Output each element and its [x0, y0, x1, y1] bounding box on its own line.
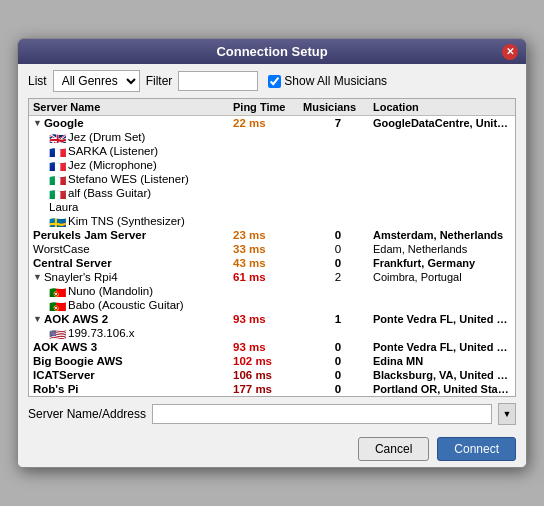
action-bar: Cancel Connect — [18, 431, 526, 467]
address-label: Server Name/Address — [28, 407, 146, 421]
table-row[interactable]: Laura — [29, 200, 515, 214]
table-row[interactable]: 🇵🇹Babo (Acoustic Guitar) — [29, 298, 515, 312]
table-row[interactable]: ▼Google 22 ms 7 GoogleDataCentre, United… — [29, 116, 515, 130]
location-value: Edam, Netherlands — [373, 243, 511, 255]
ping-value: 106 ms — [233, 369, 303, 381]
table-row[interactable]: ▼Snayler's Rpi4 61 ms 2 Coimbra, Portuga… — [29, 270, 515, 284]
triangle-icon: ▼ — [33, 118, 42, 128]
address-bar: Server Name/Address ▼ — [18, 397, 526, 431]
flag-icon: 🇮🇹 — [49, 174, 65, 185]
table-row[interactable]: 🇸🇪Kim TNS (Synthesizer) — [29, 214, 515, 228]
table-row[interactable]: 🇫🇷Jez (Microphone) — [29, 158, 515, 172]
member-name: Laura — [49, 201, 78, 213]
table-row[interactable]: Central Server 43 ms 0 Frankfurt, German… — [29, 256, 515, 270]
server-name: Big Boogie AWS — [33, 355, 123, 367]
server-name: Central Server — [33, 257, 112, 269]
location-value: Blacksburg, VA, United States — [373, 369, 511, 381]
member-name: 199.73.106.x — [68, 327, 135, 339]
server-name: Rob's Pi — [33, 383, 79, 395]
table-row[interactable]: 🇮🇹alf (Bass Guitar) — [29, 186, 515, 200]
list-select[interactable]: All GenresRockJazzClassicalElectronic — [53, 70, 140, 92]
address-input[interactable] — [152, 404, 492, 424]
member-name: Stefano WES (Listener) — [68, 173, 189, 185]
member-name: Nuno (Mandolin) — [68, 285, 153, 297]
ping-value: 61 ms — [233, 271, 303, 283]
list-label: List — [28, 74, 47, 88]
musicians-value: 0 — [303, 257, 373, 269]
show-all-label: Show All Musicians — [284, 74, 387, 88]
address-dropdown-button[interactable]: ▼ — [498, 403, 516, 425]
ping-value: 177 ms — [233, 383, 303, 395]
musicians-value: 2 — [303, 271, 373, 283]
server-name: AOK AWS 2 — [44, 313, 108, 325]
location-value: Coimbra, Portugal — [373, 271, 511, 283]
flag-icon: 🇬🇧 — [49, 132, 65, 143]
flag-icon: 🇵🇹 — [49, 300, 65, 311]
table-row[interactable]: Big Boogie AWS 102 ms 0 Edina MN — [29, 354, 515, 368]
ping-value: 22 ms — [233, 117, 303, 129]
location-value: Edina MN — [373, 355, 511, 367]
musicians-value: 7 — [303, 117, 373, 129]
flag-icon: 🇵🇹 — [49, 286, 65, 297]
member-name: Kim TNS (Synthesizer) — [68, 215, 185, 227]
table-row[interactable]: 🇮🇹Stefano WES (Listener) — [29, 172, 515, 186]
flag-icon: 🇺🇸 — [49, 328, 65, 339]
location-value: Frankfurt, Germany — [373, 257, 511, 269]
location-value: GoogleDataCentre, United Ki... — [373, 117, 511, 129]
col-location: Location — [373, 101, 511, 113]
close-button[interactable]: ✕ — [502, 44, 518, 60]
musicians-value: 1 — [303, 313, 373, 325]
flag-icon: 🇮🇹 — [49, 188, 65, 199]
ping-value: 33 ms — [233, 243, 303, 255]
musicians-value: 0 — [303, 243, 373, 255]
location-value: Portland OR, United States — [373, 383, 511, 395]
table-row[interactable]: Perukels Jam Server 23 ms 0 Amsterdam, N… — [29, 228, 515, 242]
member-name: Jez (Drum Set) — [68, 131, 145, 143]
flag-icon: 🇸🇪 — [49, 216, 65, 227]
table-row[interactable]: 🇬🇧Jez (Drum Set) — [29, 130, 515, 144]
ping-value: 43 ms — [233, 257, 303, 269]
ping-value: 102 ms — [233, 355, 303, 367]
triangle-icon: ▼ — [33, 314, 42, 324]
musicians-value: 0 — [303, 369, 373, 381]
location-value: Ponte Vedra FL, United States — [373, 341, 511, 353]
server-name: Snayler's Rpi4 — [44, 271, 118, 283]
ping-value: 93 ms — [233, 341, 303, 353]
connection-setup-dialog: Connection Setup ✕ List All GenresRockJa… — [17, 38, 527, 468]
table-row[interactable]: AOK AWS 3 93 ms 0 Ponte Vedra FL, United… — [29, 340, 515, 354]
filter-input[interactable] — [178, 71, 258, 91]
musicians-value: 0 — [303, 229, 373, 241]
col-server-name: Server Name — [33, 101, 233, 113]
connect-button[interactable]: Connect — [437, 437, 516, 461]
musicians-value: 0 — [303, 355, 373, 367]
server-name: Google — [44, 117, 84, 129]
titlebar: Connection Setup ✕ — [18, 39, 526, 64]
musicians-value: 0 — [303, 341, 373, 353]
triangle-icon: ▼ — [33, 272, 42, 282]
musicians-value: 0 — [303, 383, 373, 395]
table-row[interactable]: ▼AOK AWS 2 93 ms 1 Ponte Vedra FL, Unite… — [29, 312, 515, 326]
table-row[interactable]: 🇺🇸199.73.106.x — [29, 326, 515, 340]
ping-value: 23 ms — [233, 229, 303, 241]
show-all-checkbox[interactable] — [268, 75, 281, 88]
toolbar: List All GenresRockJazzClassicalElectron… — [18, 64, 526, 98]
server-name: ICATServer — [33, 369, 95, 381]
member-name: alf (Bass Guitar) — [68, 187, 151, 199]
cancel-button[interactable]: Cancel — [358, 437, 429, 461]
table-row[interactable]: Rob's Pi 177 ms 0 Portland OR, United St… — [29, 382, 515, 396]
flag-icon: 🇫🇷 — [49, 146, 65, 157]
table-row[interactable]: 🇫🇷SARKA (Listener) — [29, 144, 515, 158]
table-row[interactable]: WorstCase 33 ms 0 Edam, Netherlands — [29, 242, 515, 256]
ping-value: 93 ms — [233, 313, 303, 325]
server-name: AOK AWS 3 — [33, 341, 97, 353]
table-row[interactable]: ICATServer 106 ms 0 Blacksburg, VA, Unit… — [29, 368, 515, 382]
table-row[interactable]: 🇵🇹Nuno (Mandolin) — [29, 284, 515, 298]
col-musicians: Musicians — [303, 101, 373, 113]
member-name: SARKA (Listener) — [68, 145, 158, 157]
location-value: Ponte Vedra FL, United States — [373, 313, 511, 325]
column-header: Server Name Ping Time Musicians Location — [29, 99, 515, 116]
dialog-title: Connection Setup — [216, 44, 327, 59]
show-all-area: Show All Musicians — [268, 74, 387, 88]
server-name: WorstCase — [33, 243, 90, 255]
col-ping-time: Ping Time — [233, 101, 303, 113]
